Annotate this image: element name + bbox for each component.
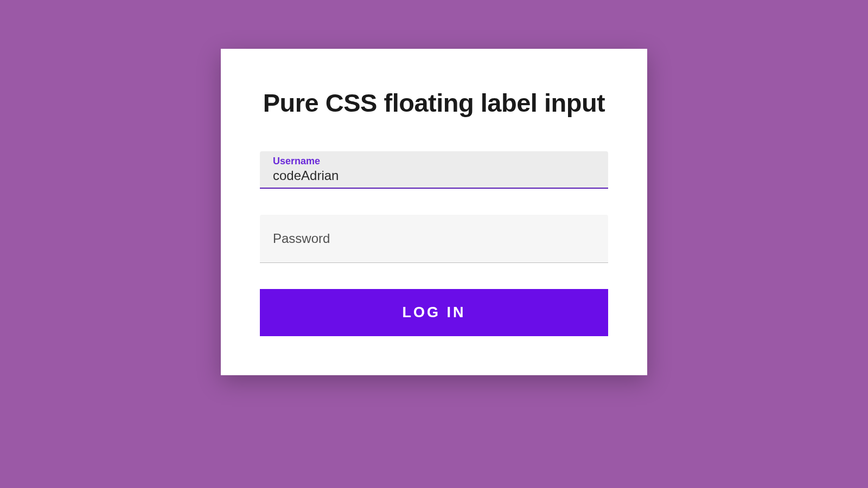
login-card: Pure CSS floating label input Username P… bbox=[221, 49, 647, 375]
login-button[interactable]: LOG IN bbox=[260, 289, 608, 336]
username-field-group: Username bbox=[260, 151, 608, 189]
password-field-group: Password bbox=[260, 215, 608, 263]
password-label: Password bbox=[273, 231, 595, 246]
username-input-wrapper[interactable]: Username bbox=[260, 151, 608, 189]
password-input-wrapper[interactable]: Password bbox=[260, 215, 608, 263]
page-title: Pure CSS floating label input bbox=[260, 88, 608, 118]
username-label: Username bbox=[273, 156, 595, 167]
username-input[interactable] bbox=[273, 168, 595, 183]
